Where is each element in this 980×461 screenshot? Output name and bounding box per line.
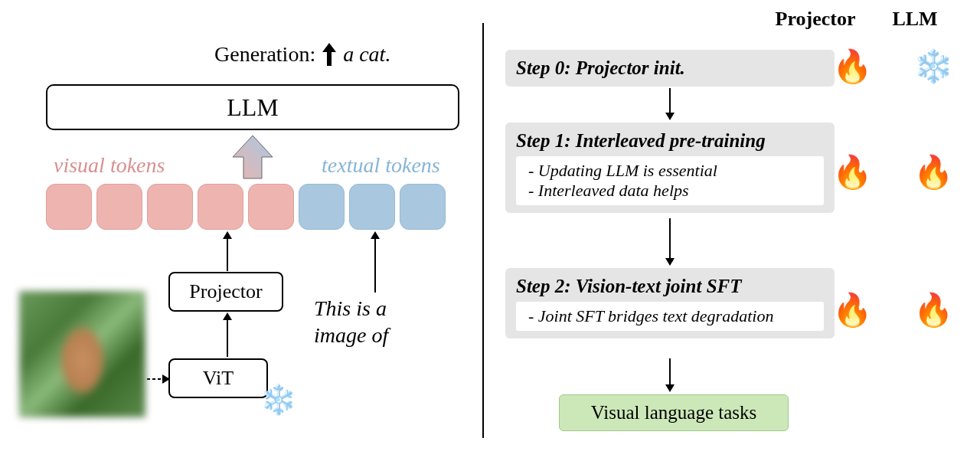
visual-token [248, 184, 294, 230]
prompt-line: This is a [314, 296, 387, 320]
step-body: Joint SFT bridges text degradation [516, 302, 824, 331]
header-llm: LLM [873, 8, 957, 31]
step-title: Step 2: Vision-text joint SFT [516, 276, 824, 297]
generation-label: Generation: [214, 42, 315, 67]
step-0-box: Step 0: Projector init. [505, 50, 835, 87]
textual-token [299, 184, 345, 230]
step2-to-final-arrow-icon [662, 358, 678, 395]
visual-token [46, 184, 92, 230]
snowflake-icon: ❄️ [911, 47, 956, 85]
step-bullet: Interleaved data helps [528, 181, 815, 201]
image-to-vit-arrow-icon [147, 371, 170, 387]
step-bullet: Joint SFT bridges text degradation [528, 306, 815, 326]
final-tasks-box: Visual language tasks [559, 394, 789, 431]
projector-to-tokens-arrow-icon [220, 231, 235, 271]
step-0-status: 🔥 ❄️ [830, 47, 956, 85]
prompt-line: image of [314, 323, 388, 347]
prompt-to-tokens-arrow-icon [368, 231, 383, 293]
textual-tokens-label: textual tokens [322, 153, 440, 178]
fire-icon: 🔥 [830, 291, 874, 329]
generation-row: Generation: a cat. [214, 42, 390, 67]
textual-token [349, 184, 395, 230]
step-bullet: Updating LLM is essential [528, 161, 815, 181]
tokens-to-llm-arrow-icon [230, 134, 276, 180]
visual-tokens-label: visual tokens [54, 153, 165, 178]
status-header: Projector LLM [773, 8, 957, 31]
step-1-status: 🔥 🔥 [830, 153, 956, 191]
step-1-box: Step 1: Interleaved pre-training Updatin… [505, 123, 835, 213]
fire-icon: 🔥 [911, 153, 956, 191]
generation-output: a cat. [343, 42, 390, 67]
step-title: Step 0: Projector init. [516, 57, 824, 79]
fire-icon: 🔥 [911, 291, 956, 329]
step-2-box: Step 2: Vision-text joint SFT Joint SFT … [505, 268, 835, 338]
step0-to-step1-arrow-icon [662, 88, 678, 123]
input-image-cat [19, 291, 145, 417]
step1-to-step2-arrow-icon [662, 218, 678, 269]
left-architecture-panel: Generation: a cat. LLM visual tokens tex… [0, 0, 490, 461]
token-row [46, 184, 446, 230]
fire-icon: 🔥 [830, 153, 874, 191]
header-projector: Projector [773, 8, 858, 31]
vit-to-projector-arrow-icon [220, 312, 235, 357]
input-prompt-text: This is a image of [314, 295, 388, 348]
visual-token [198, 184, 243, 230]
up-arrow-icon [322, 43, 337, 66]
step-body: Updating LLM is essential Interleaved da… [516, 156, 824, 205]
projector-box: Projector [168, 272, 283, 312]
step-2-status: 🔥 🔥 [830, 291, 956, 329]
fire-icon: 🔥 [830, 47, 874, 85]
step-title: Step 1: Interleaved pre-training [516, 130, 824, 152]
llm-box: LLM [46, 84, 459, 130]
visual-token [147, 184, 193, 230]
visual-token [96, 184, 142, 230]
snowflake-icon: ❄️ [260, 383, 296, 417]
textual-token [400, 184, 446, 230]
right-training-pipeline-panel: Projector LLM Step 0: Projector init. 🔥 … [490, 0, 980, 461]
vit-box: ViT [168, 358, 268, 398]
panel-divider [482, 23, 484, 438]
